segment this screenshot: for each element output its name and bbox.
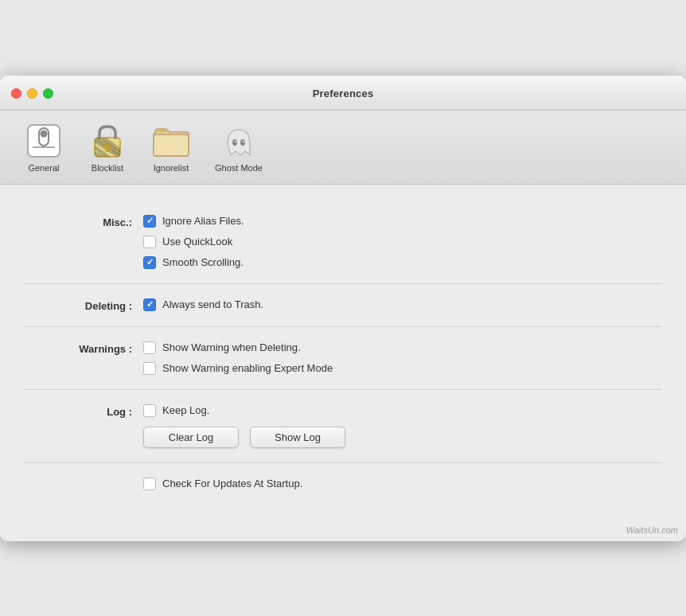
warn-expert-mode-row: Show Warning enabling Expert Mode <box>143 362 662 375</box>
warnings-section: Warnings : Show Warning when Deleting. S… <box>24 327 662 390</box>
titlebar: Preferences <box>0 76 686 111</box>
deleting-label: Deleting : <box>24 298 143 312</box>
misc-options: Ignore Alias Files. Use QuickLook Smooth… <box>143 215 662 269</box>
keep-log-checkbox[interactable] <box>143 404 156 417</box>
tab-blocklist-label: Blocklist <box>92 163 123 173</box>
check-updates-row: Check For Updates At Startup. <box>143 478 662 490</box>
watermark: WaitsUn.com <box>0 520 686 541</box>
send-to-trash-checkbox[interactable] <box>143 298 156 311</box>
ignore-alias-checkbox[interactable] <box>143 215 156 228</box>
log-label: Log : <box>24 404 143 418</box>
ghost-icon <box>220 122 258 160</box>
warn-deleting-checkbox[interactable] <box>143 341 156 354</box>
keep-log-row: Keep Log. <box>143 404 662 417</box>
minimize-button[interactable] <box>27 88 37 99</box>
warn-expert-mode-checkbox[interactable] <box>143 362 156 375</box>
smooth-scrolling-row: Smooth Scrolling. <box>143 256 662 269</box>
tab-general-label: General <box>28 163 59 173</box>
preferences-window: Preferences General <box>0 76 686 541</box>
send-to-trash-row: Always send to Trash. <box>143 298 662 311</box>
tab-general[interactable]: General <box>16 119 72 176</box>
maximize-button[interactable] <box>43 88 53 99</box>
warn-deleting-label[interactable]: Show Warning when Deleting. <box>162 341 301 353</box>
clear-log-button[interactable]: Clear Log <box>143 427 239 448</box>
keep-log-label[interactable]: Keep Log. <box>162 404 209 416</box>
send-to-trash-label[interactable]: Always send to Trash. <box>162 298 263 310</box>
warn-expert-mode-label[interactable]: Show Warning enabling Expert Mode <box>162 362 333 374</box>
use-quicklook-label[interactable]: Use QuickLook <box>162 236 232 248</box>
svg-point-2 <box>41 130 48 137</box>
show-log-button[interactable]: Show Log <box>250 427 345 448</box>
log-options: Keep Log. Clear Log Show Log <box>143 404 662 448</box>
ignore-alias-row: Ignore Alias Files. <box>143 215 662 228</box>
updates-options: Check For Updates At Startup. <box>143 478 662 490</box>
tab-ignorelist-label: Ignorelist <box>154 163 189 173</box>
svg-rect-12 <box>106 148 109 152</box>
smooth-scrolling-checkbox[interactable] <box>143 256 156 269</box>
log-buttons: Clear Log Show Log <box>143 427 662 448</box>
toolbar: General <box>0 111 686 185</box>
tab-ghost-mode-label: Ghost Mode <box>215 163 263 173</box>
svg-point-15 <box>240 139 245 146</box>
close-button[interactable] <box>11 88 21 99</box>
svg-point-17 <box>243 141 244 142</box>
general-icon <box>25 122 63 160</box>
misc-section: Misc.: Ignore Alias Files. Use QuickLook… <box>24 201 662 284</box>
tab-blocklist[interactable]: Blocklist <box>80 119 135 176</box>
warnings-label: Warnings : <box>24 341 143 355</box>
tab-ghost-mode[interactable]: Ghost Mode <box>207 119 271 176</box>
ignorelist-icon <box>152 122 190 160</box>
log-section: Log : Keep Log. Clear Log Show Log <box>24 390 662 463</box>
warnings-options: Show Warning when Deleting. Show Warning… <box>143 341 662 375</box>
traffic-lights <box>11 88 53 99</box>
window-title: Preferences <box>313 88 374 99</box>
deleting-section: Deleting : Always send to Trash. <box>24 284 662 327</box>
updates-label <box>24 478 143 479</box>
smooth-scrolling-label[interactable]: Smooth Scrolling. <box>162 256 244 268</box>
use-quicklook-checkbox[interactable] <box>143 236 156 248</box>
svg-rect-13 <box>154 135 189 156</box>
svg-point-14 <box>232 139 237 146</box>
updates-section: Check For Updates At Startup. <box>24 463 662 505</box>
tab-ignorelist[interactable]: Ignorelist <box>143 119 199 176</box>
svg-point-16 <box>235 141 236 142</box>
content-area: Misc.: Ignore Alias Files. Use QuickLook… <box>0 185 686 520</box>
svg-rect-0 <box>28 125 60 157</box>
warn-deleting-row: Show Warning when Deleting. <box>143 341 662 354</box>
check-updates-label[interactable]: Check For Updates At Startup. <box>162 478 302 489</box>
blocklist-icon <box>88 122 127 160</box>
ignore-alias-label[interactable]: Ignore Alias Files. <box>162 215 244 227</box>
use-quicklook-row: Use QuickLook <box>143 236 662 248</box>
deleting-options: Always send to Trash. <box>143 298 662 311</box>
misc-label: Misc.: <box>24 215 143 228</box>
check-updates-checkbox[interactable] <box>143 478 156 490</box>
